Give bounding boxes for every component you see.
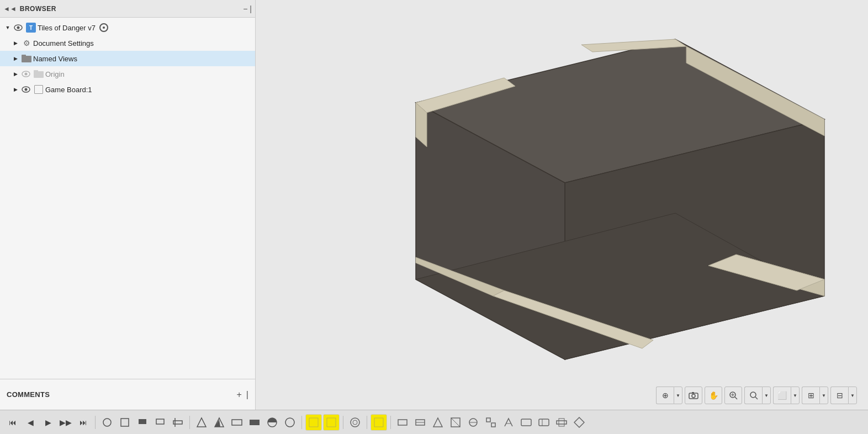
- play-button[interactable]: ▶: [40, 414, 56, 431]
- toolbar-sep-4: [343, 416, 343, 429]
- tree-root-item[interactable]: ▼ T Tiles of Danger v7: [0, 20, 255, 35]
- look-button[interactable]: [744, 387, 762, 404]
- toolbar-sep-6: [390, 416, 391, 429]
- gray-shape-1[interactable]: [347, 414, 363, 431]
- tree-item-document-settings[interactable]: ▶ ⚙ Document Settings: [0, 35, 255, 51]
- look-dropdown-button[interactable]: ▼: [762, 387, 771, 404]
- doc-settings-arrow[interactable]: ▶: [11, 39, 20, 47]
- add-comment-button[interactable]: +: [237, 390, 242, 400]
- comments-section: COMMENTS + |: [0, 379, 255, 410]
- gray-shape-5[interactable]: [447, 414, 464, 431]
- svg-point-1: [17, 27, 20, 29]
- display-group: ⬜ ▼: [773, 387, 800, 404]
- svg-marker-69: [574, 417, 584, 427]
- viewport-toolbar: ⊕ ▼ ✋: [656, 387, 857, 404]
- svg-rect-25: [692, 392, 694, 394]
- sketch-tool-4[interactable]: [152, 414, 168, 431]
- skip-back-button[interactable]: ⏮: [4, 414, 21, 431]
- zoom-button[interactable]: [724, 387, 742, 404]
- shape-tool-1[interactable]: [193, 414, 210, 431]
- gray-shape-11[interactable]: [553, 414, 570, 431]
- comments-separator: |: [246, 390, 248, 400]
- root-visibility-icon[interactable]: [13, 23, 23, 33]
- tree-item-game-board[interactable]: ▶ Game Board:1: [0, 82, 255, 97]
- collapse-browser-button[interactable]: ◄◄: [3, 5, 17, 13]
- gray-shape-3[interactable]: [412, 414, 428, 431]
- orbit-dropdown-button[interactable]: ▼: [674, 387, 682, 404]
- svg-point-44: [285, 418, 294, 427]
- display-button[interactable]: ⬜: [773, 387, 791, 404]
- browser-title: BROWSER: [20, 5, 240, 13]
- browser-tree: ▼ T Tiles of Danger v7: [0, 18, 255, 379]
- bottom-toolbar: ⏮ ◀ ▶ ▶▶ ⏭: [0, 410, 868, 434]
- doc-settings-label: Document Settings: [33, 39, 94, 47]
- origin-label: Origin: [45, 70, 65, 78]
- game-board-arrow[interactable]: ▶: [11, 85, 20, 94]
- yellow-tool-3[interactable]: [371, 414, 387, 431]
- skip-forward-button[interactable]: ⏭: [75, 414, 92, 431]
- minimize-browser-button[interactable]: −: [243, 4, 247, 13]
- orbit-button[interactable]: ⊕: [656, 387, 674, 404]
- svg-rect-45: [309, 417, 319, 427]
- panels-dropdown-button[interactable]: ▼: [848, 387, 857, 404]
- gray-shape-2[interactable]: [394, 414, 411, 431]
- svg-rect-35: [156, 419, 164, 424]
- svg-rect-41: [232, 420, 242, 425]
- sketch-tool-2[interactable]: [117, 414, 133, 431]
- svg-line-31: [755, 397, 758, 399]
- svg-point-50: [353, 420, 357, 425]
- svg-point-49: [351, 418, 359, 427]
- gray-shape-4[interactable]: [430, 414, 446, 431]
- yellow-tool-1[interactable]: [305, 414, 322, 431]
- grid-button[interactable]: ⊞: [802, 387, 819, 404]
- game-board-label: Game Board:1: [45, 86, 92, 94]
- svg-point-24: [692, 394, 695, 398]
- root-label: Tiles of Danger v7: [38, 24, 96, 32]
- sketch-tool-5[interactable]: [170, 414, 186, 431]
- named-views-arrow[interactable]: ▶: [11, 54, 20, 63]
- step-forward-button[interactable]: ▶▶: [57, 414, 74, 431]
- shape-tool-5[interactable]: [264, 414, 280, 431]
- viewport[interactable]: ⊕ ▼ ✋: [256, 0, 868, 410]
- step-back-button[interactable]: ◀: [22, 414, 39, 431]
- svg-line-27: [735, 397, 737, 399]
- gray-shape-9[interactable]: [518, 414, 534, 431]
- grid-dropdown-button[interactable]: ▼: [819, 387, 828, 404]
- svg-rect-62: [491, 423, 495, 427]
- pan-button[interactable]: ✋: [705, 387, 722, 404]
- orbit-group: ⊕ ▼: [656, 387, 682, 404]
- shape-tool-2[interactable]: [211, 414, 227, 431]
- game-board-visibility-icon[interactable]: [21, 84, 31, 94]
- game-board-component-icon: [34, 84, 44, 94]
- svg-marker-38: [197, 418, 206, 427]
- gray-shape-10[interactable]: [536, 414, 552, 431]
- shape-tool-4[interactable]: [246, 414, 263, 431]
- svg-point-9: [25, 88, 28, 91]
- look-group: ▼: [744, 387, 771, 404]
- camera-button[interactable]: [685, 387, 702, 404]
- sketch-tool-1[interactable]: [99, 414, 115, 431]
- gray-shape-12[interactable]: [571, 414, 588, 431]
- origin-arrow[interactable]: ▶: [11, 70, 20, 78]
- svg-rect-67: [557, 421, 567, 424]
- root-target-icon[interactable]: [99, 23, 109, 33]
- shape-tool-3[interactable]: [229, 414, 245, 431]
- grid-group: ⊞ ▼: [802, 387, 828, 404]
- sketch-tool-3[interactable]: [134, 414, 151, 431]
- svg-rect-51: [374, 417, 384, 427]
- gray-shape-7[interactable]: [483, 414, 499, 431]
- gray-shape-8[interactable]: [500, 414, 517, 431]
- toolbar-sep-1: [95, 416, 96, 429]
- comments-controls: + |: [237, 390, 249, 400]
- panels-button[interactable]: ⊟: [830, 387, 848, 404]
- tree-item-named-views[interactable]: ▶ Named Views: [0, 51, 255, 66]
- display-dropdown-button[interactable]: ▼: [791, 387, 800, 404]
- shape-tool-6[interactable]: [282, 414, 298, 431]
- svg-rect-3: [22, 55, 26, 57]
- browser-section: ◄◄ BROWSER − | ▼: [0, 0, 255, 379]
- gray-shape-6[interactable]: [465, 414, 481, 431]
- origin-visibility-icon[interactable]: [21, 69, 31, 79]
- yellow-tool-2[interactable]: [323, 414, 340, 431]
- root-arrow[interactable]: ▼: [3, 23, 12, 32]
- tree-item-origin[interactable]: ▶ Origin: [0, 66, 255, 82]
